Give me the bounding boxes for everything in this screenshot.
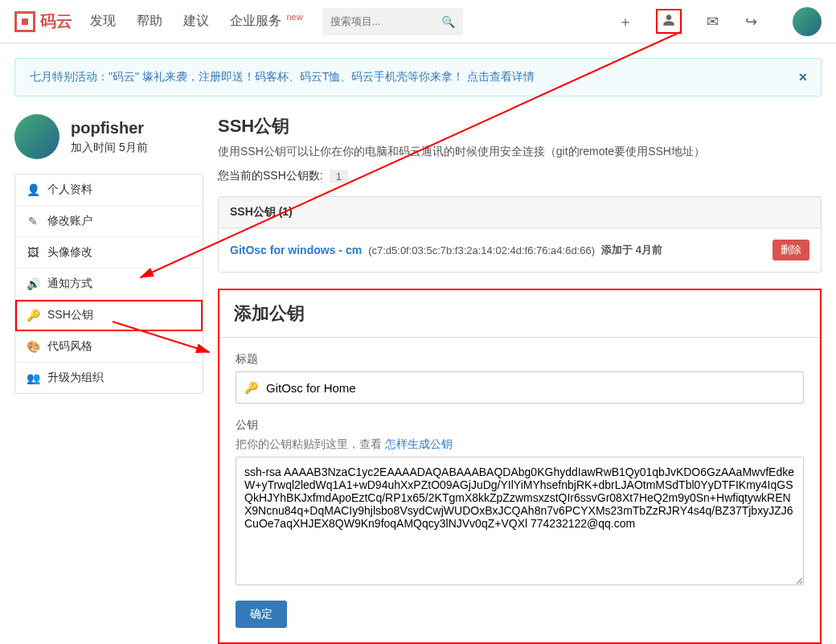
key-icon: 🔑 [244, 381, 258, 394]
profile-joined: 加入时间 5月前 [71, 141, 148, 155]
mail-icon[interactable]: ✉ [704, 13, 720, 31]
add-key-section: 添加公钥 标题 🔑 公钥 把你的公钥粘贴到这里，查看 怎样生成公钥 ssh-rs… [218, 289, 822, 644]
user-icon-highlighted[interactable] [656, 9, 682, 34]
nav-enterprise[interactable]: 企业服务 new [230, 12, 303, 30]
nav-suggest[interactable]: 建议 [183, 13, 209, 30]
sidebar-item-profile[interactable]: 👤 个人资料 [15, 174, 203, 206]
search-input[interactable] [330, 15, 435, 27]
key-count-row: 您当前的SSH公钥数: 1 [218, 169, 822, 183]
banner-text: 七月特别活动："码云" 壕礼来袭，注册即送！码客杯、码云T恤、码云手机壳等你来拿… [30, 70, 464, 84]
page-title: SSH公钥 [218, 114, 822, 138]
avatar-large[interactable] [14, 114, 59, 159]
banner-link[interactable]: 点击查看详情 [467, 70, 535, 84]
key-added: 添加于 4月前 [601, 243, 662, 257]
key-row: GitOsc for windows - cm (c7:d5:0f:03:5c:… [219, 228, 821, 272]
search-box[interactable]: 🔍 [322, 8, 463, 35]
sidebar-item-sshkey[interactable]: 🔑 SSH公钥 [15, 300, 203, 331]
key-hint: 把你的公钥粘贴到这里，查看 怎样生成公钥 [236, 437, 804, 452]
main-content: SSH公钥 使用SSH公钥可以让你在你的电脑和码云通讯的时候使用安全连接（git… [218, 114, 822, 644]
delete-key-button[interactable]: 删除 [772, 240, 809, 260]
sidebar-item-label: 升级为组织 [47, 371, 104, 385]
new-badge: new [286, 12, 302, 22]
add-key-title: 添加公钥 [219, 290, 820, 326]
logo-text: 码云 [40, 10, 72, 32]
nav-help[interactable]: 帮助 [137, 13, 162, 30]
plus-icon[interactable]: ＋ [617, 12, 633, 31]
sidebar-item-label: 通知方式 [47, 277, 92, 291]
key-fingerprint: (c7:d5:0f:03:5c:7b:f3:2a:14:02:4d:f6:76:… [368, 244, 595, 256]
submit-button[interactable]: 确定 [236, 601, 287, 628]
sidebar-item-label: SSH公钥 [47, 308, 93, 322]
sidebar-item-codestyle[interactable]: 🎨 代码风格 [15, 331, 203, 363]
group-icon: 👥 [27, 371, 39, 384]
nav-discover[interactable]: 发现 [90, 13, 116, 30]
avatar-small[interactable] [793, 7, 822, 36]
title-input-group: 🔑 [236, 371, 804, 404]
topnav-right: ＋ ✉ ↪ [617, 7, 822, 36]
key-icon: 🔑 [27, 309, 39, 322]
key-name-link[interactable]: GitOsc for windows - cm [230, 244, 362, 256]
logo-icon [14, 11, 35, 32]
add-key-form: 标题 🔑 公钥 把你的公钥粘贴到这里，查看 怎样生成公钥 ssh-rsa AAA… [219, 338, 820, 628]
sound-icon: 🔊 [27, 277, 39, 290]
banner-close-icon[interactable]: ✕ [798, 71, 808, 84]
key-textarea[interactable]: ssh-rsa AAAAB3NzaC1yc2EAAAADAQABAAABAQDA… [236, 457, 804, 585]
sidebar-item-label: 头像修改 [47, 245, 92, 260]
key-count-label: 您当前的SSH公钥数: [218, 169, 323, 183]
sidebar-item-upgrade[interactable]: 👥 升级为组织 [15, 363, 203, 393]
sidebar-item-account[interactable]: ✎ 修改账户 [15, 206, 203, 237]
ssh-keys-panel: SSH公钥 (1) GitOsc for windows - cm (c7:d5… [218, 196, 822, 273]
profile-head: popfisher 加入时间 5月前 [14, 114, 203, 159]
image-icon: 🖼 [27, 246, 39, 259]
search-icon[interactable]: 🔍 [441, 15, 455, 28]
promo-banner: 七月特别活动："码云" 壕礼来袭，注册即送！码客杯、码云T恤、码云手机壳等你来拿… [14, 58, 822, 96]
title-label: 标题 [236, 352, 804, 367]
sidebar-item-notify[interactable]: 🔊 通知方式 [15, 269, 203, 300]
page-desc: 使用SSH公钥可以让你在你的电脑和码云通讯的时候使用安全连接（git的remot… [218, 145, 822, 159]
user-icon: 👤 [27, 183, 39, 196]
logout-icon[interactable]: ↪ [743, 13, 759, 31]
palette-icon: 🎨 [27, 340, 39, 353]
profile-name: popfisher [71, 119, 148, 137]
sidebar-item-avatar[interactable]: 🖼 头像修改 [15, 237, 203, 269]
title-input[interactable] [266, 381, 795, 395]
nav-links: 发现 帮助 建议 企业服务 new [90, 12, 303, 30]
top-nav: 码云 发现 帮助 建议 企业服务 new 🔍 ＋ ✉ ↪ [0, 0, 836, 43]
side-menu: 👤 个人资料 ✎ 修改账户 🖼 头像修改 🔊 通知方式 🔑 SSH公 [14, 174, 203, 394]
user-icon [662, 14, 675, 27]
sidebar-item-label: 个人资料 [47, 183, 92, 197]
key-count-value: 1 [330, 170, 348, 183]
key-label: 公钥 [236, 418, 804, 433]
pencil-icon: ✎ [27, 215, 39, 228]
sidebar: popfisher 加入时间 5月前 👤 个人资料 ✎ 修改账户 🖼 头像修改 [14, 114, 203, 644]
sidebar-item-label: 代码风格 [47, 339, 92, 354]
howto-generate-link[interactable]: 怎样生成公钥 [385, 437, 453, 450]
panel-head: SSH公钥 (1) [219, 197, 821, 228]
logo[interactable]: 码云 [14, 10, 72, 32]
sidebar-item-label: 修改账户 [47, 214, 92, 228]
